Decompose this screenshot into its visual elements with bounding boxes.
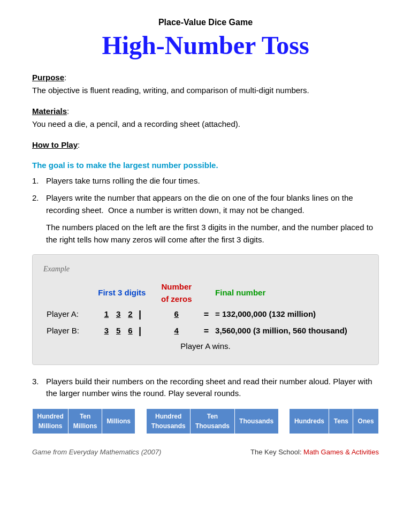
materials-text: You need a die, a pencil, and a recordin… [32, 118, 379, 131]
pv-ten-thousands: TenThousands [191, 408, 234, 434]
player-a-row: Player A: 1 3 2 | 6 = = 132,000,000 (132… [43, 306, 368, 323]
footer: Game from Everyday Mathematics (2007) Th… [32, 447, 379, 458]
indent-paragraph: The numbers placed on the left are the f… [46, 222, 379, 246]
player-b-row: Player B: 3 5 6 | 4 = 3,560,000 (3 milli… [43, 323, 368, 339]
example-box: Example First 3 digits Numberof zeros Fi… [32, 254, 379, 365]
player-a-digits: 1 3 2 | [92, 306, 153, 323]
player-a-label: Player A: [43, 306, 92, 323]
goal-text: The goal is to make the largest number p… [32, 159, 379, 172]
pv-thousands: Thousands [234, 408, 278, 434]
winner-text: Player A wins. [43, 339, 368, 354]
pv-comma-1: , [135, 408, 147, 434]
purpose-section: Purpose: The objective is fluent reading… [32, 72, 379, 97]
pv-millions: Millions [102, 408, 135, 434]
pv-ones: Ones [353, 408, 379, 434]
step3: 3. Players build their numbers on the re… [32, 376, 379, 400]
pv-ten-millions: TenMillions [68, 408, 102, 434]
howtoplay-section: How to Play: [32, 139, 379, 151]
step2: 2. Players write the number that appears… [32, 192, 379, 216]
pv-tens: Tens [329, 408, 353, 434]
step1: 1. Players take turns rolling the die fo… [32, 175, 379, 187]
col-final-header: Final number [212, 280, 368, 306]
winner-row: Player A wins. [43, 339, 368, 354]
footer-right: The Key School: Math Games & Activities [250, 447, 379, 458]
materials-label: Materials [32, 107, 67, 116]
pv-hundred-millions: HundredMillions [33, 408, 68, 434]
purpose-text: The objective is fluent reading, writing… [32, 85, 379, 97]
pv-hundred-thousands: HundredThousands [147, 408, 191, 434]
place-value-table: HundredMillions TenMillions Millions , H… [32, 408, 379, 434]
player-b-zeros: 4 [153, 323, 201, 339]
player-b-result: 3,560,000 (3 million, 560 thousand) [212, 323, 368, 339]
player-a-zeros: 6 [153, 306, 201, 323]
purpose-label: Purpose [32, 73, 64, 82]
example-table: First 3 digits Numberof zeros Final numb… [43, 280, 368, 354]
example-label: Example [43, 263, 368, 275]
main-title: High-Number Toss [32, 30, 379, 61]
subtitle: Place-Value Dice Game [32, 16, 379, 29]
player-b-label: Player B: [43, 323, 92, 339]
pv-comma-2: , [278, 408, 290, 434]
col-first3-header: First 3 digits [92, 280, 153, 306]
howtoplay-label: How to Play [32, 140, 78, 149]
footer-left: Game from Everyday Mathematics (2007) [32, 447, 161, 458]
player-b-digits: 3 5 6 | [92, 323, 153, 339]
pv-hundreds: Hundreds [290, 408, 329, 434]
materials-section: Materials: You need a die, a pencil, and… [32, 105, 379, 131]
player-a-result: = 132,000,000 (132 million) [212, 306, 368, 323]
col-zeros-header: Numberof zeros [153, 280, 201, 306]
